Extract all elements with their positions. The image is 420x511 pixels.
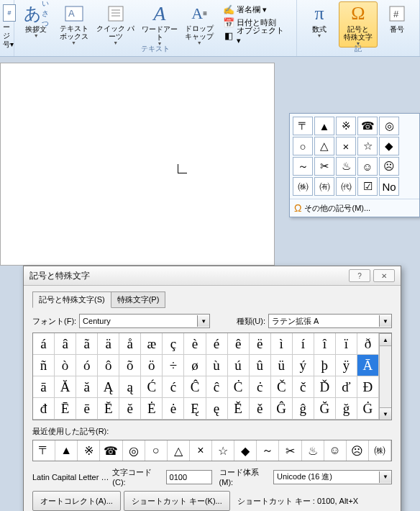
recent-grid[interactable]: 〒▲※☎◎○△×☆◆～✂♨☺☹㈱: [32, 440, 392, 461]
char-cell[interactable]: Ē: [55, 398, 76, 420]
recent-cell[interactable]: ☎: [100, 440, 122, 461]
char-cell[interactable]: ù: [206, 355, 228, 376]
char-cell[interactable]: Ğ: [314, 398, 336, 420]
symbol-cell[interactable]: ※: [336, 117, 356, 135]
tab-special[interactable]: 特殊文字(P): [111, 291, 166, 308]
symbol-cell[interactable]: ◎: [379, 117, 399, 135]
char-cell[interactable]: č: [293, 376, 314, 398]
char-cell[interactable]: þ: [314, 355, 336, 376]
object-button[interactable]: ◧オブジェクト ▾: [221, 29, 291, 42]
chevron-down-icon[interactable]: ▼: [379, 315, 391, 327]
quickparts-button[interactable]: クイック パーツ▼: [93, 1, 139, 48]
char-cell[interactable]: â: [55, 333, 76, 355]
recent-cell[interactable]: ▲: [55, 440, 78, 461]
char-cell[interactable]: ÿ: [336, 355, 357, 376]
char-grid[interactable]: áâãäåæçèéêëìíîïðñòóôõö÷øùúûüýþÿĀāĂăĄąĆćĈ…: [33, 333, 379, 420]
document-page[interactable]: [0, 63, 275, 266]
subset-input[interactable]: [269, 315, 379, 327]
dropcap-button[interactable]: A≡ドロップ キャップ▼: [181, 1, 218, 48]
equation-button[interactable]: π数式▼: [300, 1, 339, 48]
symbol-cell[interactable]: ㈹: [336, 177, 356, 196]
char-cell[interactable]: ì: [271, 333, 293, 355]
chevron-down-icon[interactable]: ▼: [197, 315, 209, 327]
dialog-titlebar[interactable]: 記号と特殊文字 ? ✕: [24, 266, 401, 286]
char-cell[interactable]: è: [184, 333, 206, 355]
symbol-cell[interactable]: ㈱: [293, 177, 313, 196]
symbol-cell[interactable]: ○: [293, 137, 313, 155]
symbol-cell[interactable]: △: [314, 137, 334, 155]
recent-cell[interactable]: ㈱: [369, 440, 391, 461]
symbol-cell[interactable]: ◆: [379, 137, 399, 155]
char-cell[interactable]: Č: [271, 376, 293, 398]
recent-cell[interactable]: ☹: [347, 440, 369, 461]
char-cell[interactable]: ě: [250, 398, 271, 420]
char-cell[interactable]: å: [119, 333, 141, 355]
shortcutkey-button[interactable]: ショートカット キー(K)...: [124, 491, 230, 511]
symbol-cell[interactable]: ♨: [336, 157, 356, 176]
signature-button[interactable]: ✍署名欄 ▾: [221, 3, 291, 16]
symbol-button[interactable]: Ω記号と 特殊文字▼: [339, 1, 378, 48]
char-cell[interactable]: đ: [33, 398, 55, 420]
char-cell[interactable]: ą: [119, 376, 141, 398]
char-cell[interactable]: Ď: [314, 376, 336, 398]
char-cell[interactable]: ă: [76, 376, 98, 398]
recent-cell[interactable]: ※: [78, 440, 100, 461]
char-cell[interactable]: Ě: [228, 398, 250, 420]
symbol-cell[interactable]: ▲: [314, 117, 334, 135]
recent-cell[interactable]: ○: [145, 440, 168, 461]
code-input[interactable]: [166, 470, 212, 484]
symbol-cell[interactable]: ☑: [357, 177, 378, 196]
recent-cell[interactable]: ◆: [234, 440, 257, 461]
char-cell[interactable]: ø: [184, 355, 206, 376]
char-cell[interactable]: ð: [357, 333, 379, 355]
recent-cell[interactable]: ☺: [324, 440, 347, 461]
symbol-cell[interactable]: ㈲: [314, 177, 334, 196]
char-cell[interactable]: ú: [228, 355, 250, 376]
codesystem-combo[interactable]: ▼: [273, 470, 392, 484]
more-symbols-button[interactable]: Ω その他の記号(M)...: [290, 199, 419, 217]
recent-cell[interactable]: ✂: [279, 440, 301, 461]
recent-cell[interactable]: ×: [190, 440, 212, 461]
textbox-button[interactable]: Aテキスト ボックス▼: [55, 1, 92, 48]
recent-cell[interactable]: △: [168, 440, 190, 461]
symbol-cell[interactable]: ☹: [379, 157, 399, 176]
number-button[interactable]: #番号: [378, 1, 416, 48]
char-cell[interactable]: ñ: [33, 355, 55, 376]
scroll-up-button[interactable]: ▲: [380, 333, 391, 346]
char-cell[interactable]: ï: [336, 333, 357, 355]
char-cell[interactable]: ć: [163, 376, 184, 398]
recent-cell[interactable]: ◎: [123, 440, 145, 461]
recent-cell[interactable]: ～: [257, 440, 279, 461]
char-cell[interactable]: ô: [98, 355, 119, 376]
char-cell[interactable]: û: [250, 355, 271, 376]
char-cell[interactable]: ĕ: [119, 398, 141, 420]
aisatsu-button[interactable]: あいさつ挨拶文▼: [17, 1, 55, 48]
char-cell[interactable]: Ĝ: [271, 398, 293, 420]
char-cell[interactable]: Ė: [141, 398, 163, 420]
char-cell[interactable]: ó: [76, 355, 98, 376]
recent-cell[interactable]: 〒: [33, 440, 55, 461]
char-cell[interactable]: Ă: [55, 376, 76, 398]
recent-cell[interactable]: ☆: [212, 440, 234, 461]
help-button[interactable]: ?: [349, 269, 370, 282]
symbol-cell[interactable]: ×: [336, 137, 356, 155]
symbol-cell[interactable]: No: [379, 177, 399, 196]
char-grid-scrollbar[interactable]: ▲ ▼: [379, 333, 391, 420]
char-cell[interactable]: ã: [76, 333, 98, 355]
char-cell[interactable]: Đ: [357, 376, 379, 398]
wordart-button[interactable]: Aワードアート▼: [139, 1, 181, 48]
char-cell[interactable]: ÷: [163, 355, 184, 376]
char-cell[interactable]: ĉ: [206, 376, 228, 398]
char-cell[interactable]: ę: [206, 398, 228, 420]
char-cell[interactable]: Ĕ: [98, 398, 119, 420]
char-cell[interactable]: Ę: [184, 398, 206, 420]
char-cell[interactable]: í: [293, 333, 314, 355]
scroll-down-button[interactable]: ▼: [380, 407, 391, 420]
char-cell[interactable]: ğ: [336, 398, 357, 420]
char-cell[interactable]: ç: [163, 333, 184, 355]
symbol-cell[interactable]: ～: [293, 157, 313, 176]
tab-symbols[interactable]: 記号と特殊文字(S): [32, 291, 111, 308]
subset-combo[interactable]: ▼: [268, 314, 392, 328]
char-cell[interactable]: ê: [228, 333, 250, 355]
char-cell[interactable]: Ċ: [228, 376, 250, 398]
